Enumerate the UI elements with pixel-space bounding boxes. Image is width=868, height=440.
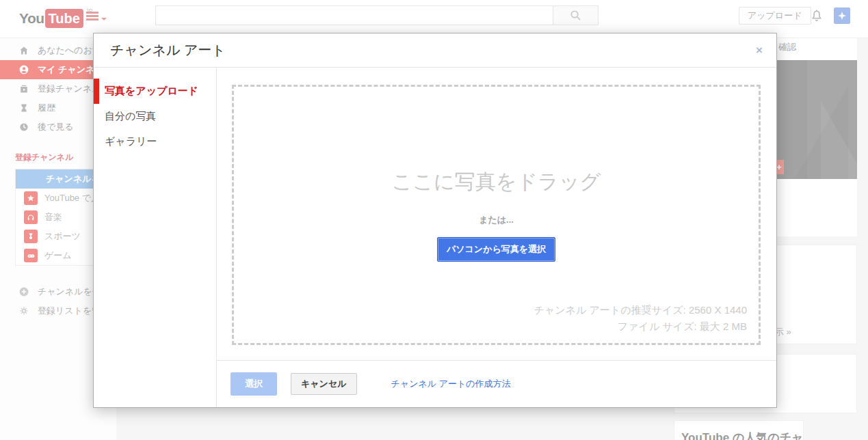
dialog-content: ここに写真をドラッグ または... パソコンから写真を選択 チャンネル アートの… [217,68,776,360]
dialog-nav: 写真をアップロード 自分の写真 ギャラリー [94,68,217,407]
dialog-header: チャンネル アート × [94,33,776,68]
drag-here-text: ここに写真をドラッグ [392,168,601,196]
close-icon[interactable]: × [756,44,763,56]
size-hints: チャンネル アートの推奨サイズ: 2560 X 1440 ファイル サイズ: 最… [534,302,747,335]
channel-art-help-link[interactable]: チャンネル アートの作成方法 [391,378,511,390]
recommended-size-text: チャンネル アートの推奨サイズ: 2560 X 1440 [534,302,747,318]
dialog-tab-my-photos[interactable]: 自分の写真 [94,104,216,129]
dialog-tab-upload-photos[interactable]: 写真をアップロード [94,79,216,104]
or-text: または... [479,214,514,226]
dialog-footer: 選択 キャンセル チャンネル アートの作成方法 [217,360,776,407]
cancel-button[interactable]: キャンセル [291,373,357,395]
dialog-title: チャンネル アート [110,41,226,59]
youtube-page: You Tube JP アップロード [0,0,868,440]
max-filesize-text: ファイル サイズ: 最大 2 MB [534,318,747,335]
select-from-computer-button[interactable]: パソコンから写真を選択 [437,237,555,262]
photo-dropzone[interactable]: ここに写真をドラッグ または... パソコンから写真を選択 チャンネル アートの… [232,85,761,345]
channel-art-dialog: チャンネル アート × 写真をアップロード 自分の写真 ギャラリー ここに写真を… [93,33,777,408]
dialog-tab-gallery[interactable]: ギャラリー [94,129,216,154]
select-button-disabled[interactable]: 選択 [231,372,277,396]
